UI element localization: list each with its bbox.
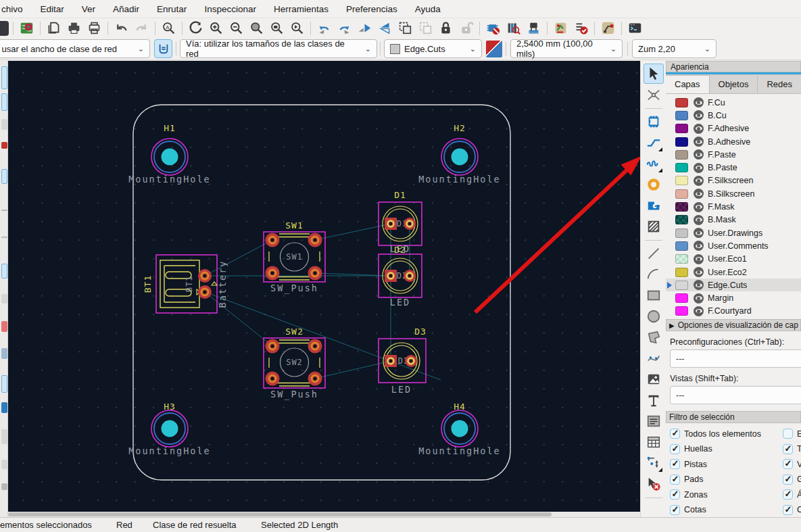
layer-select[interactable]: Edge.Cuts⌄	[384, 39, 482, 58]
table-tool[interactable]	[644, 432, 664, 452]
footprint-sw2[interactable]: SW2 SW2 SW_Push	[264, 327, 325, 400]
refresh-icon[interactable]	[187, 20, 205, 37]
draw-bezier-tool[interactable]	[644, 348, 664, 368]
checkbox[interactable]	[783, 475, 793, 485]
drc-icon[interactable]	[572, 20, 590, 37]
eye-visibility-icon[interactable]	[694, 267, 704, 277]
mounting-hole-h2[interactable]: H2 MountingHole	[418, 123, 501, 185]
eye-visibility-icon[interactable]	[694, 163, 704, 173]
layer-color-swatch[interactable]	[675, 111, 688, 120]
via-size-select[interactable]: Vía: utilizar los tamaños de las clases …	[180, 39, 377, 58]
menu-ayuda[interactable]: Ayuda	[406, 1, 450, 18]
filter-item[interactable]: Huellas	[670, 444, 761, 454]
layer-row[interactable]: F.Courtyard	[666, 305, 801, 318]
canvas-horizontal-scrollbar[interactable]	[8, 512, 640, 517]
pad[interactable]	[266, 339, 280, 354]
zoom-out-icon[interactable]	[227, 20, 245, 37]
pad[interactable]	[404, 218, 416, 230]
checkbox[interactable]	[783, 489, 793, 500]
filter-item[interactable]: Zonas	[670, 489, 761, 500]
mounting-hole-h3[interactable]: H3 MountingHole	[128, 402, 211, 456]
layer-row[interactable]: B.Paste	[666, 161, 801, 174]
save-icon[interactable]	[0, 21, 9, 36]
footprint-browser-icon[interactable]	[504, 20, 523, 37]
draw-arc-tool[interactable]	[644, 264, 664, 285]
mounting-hole-h4[interactable]: H4 MountingHole	[418, 402, 501, 456]
eye-visibility-icon[interactable]	[694, 202, 704, 212]
pad[interactable]	[308, 266, 322, 281]
group-icon[interactable]	[396, 20, 414, 37]
filter-item[interactable]: Todos los elementos	[670, 429, 761, 439]
lock-icon[interactable]	[437, 20, 455, 37]
board-setup-icon[interactable]	[18, 20, 36, 37]
layer-pair-icon[interactable]	[486, 41, 502, 57]
layer-color-swatch[interactable]	[675, 163, 688, 172]
place-via-tool[interactable]	[644, 174, 664, 195]
checkbox[interactable]	[783, 429, 793, 439]
scripting-console-icon[interactable]	[626, 20, 644, 37]
interactive-router-icon[interactable]	[599, 20, 617, 37]
text-box-tool[interactable]	[644, 411, 664, 431]
checkbox[interactable]	[783, 459, 793, 469]
page-settings-icon[interactable]	[45, 20, 63, 37]
menu-enrutar[interactable]: Enrutar	[148, 1, 195, 18]
layer-row[interactable]: User.Eco2	[666, 266, 801, 279]
place-image-tool[interactable]	[644, 369, 664, 389]
pad[interactable]	[405, 355, 417, 367]
footprint-d1[interactable]: D1 D1	[379, 190, 422, 245]
menu-ver[interactable]: Ver	[73, 1, 104, 18]
place-text-tool[interactable]	[644, 390, 664, 410]
dimension-tool[interactable]	[644, 453, 664, 473]
pad[interactable]	[266, 266, 280, 281]
pad[interactable]	[385, 218, 397, 230]
menu-inspeccionar[interactable]: Inspeccionar	[195, 1, 265, 18]
layer-color-swatch[interactable]	[675, 268, 688, 277]
highlight-net-tool[interactable]	[644, 84, 664, 105]
layer-color-swatch[interactable]	[675, 281, 688, 290]
pad[interactable]	[385, 355, 397, 367]
eye-visibility-icon[interactable]	[694, 189, 704, 199]
layer-color-swatch[interactable]	[675, 293, 688, 303]
eye-visibility-icon[interactable]	[694, 110, 704, 120]
selection-filter-header[interactable]: Filtro de selección	[666, 411, 801, 423]
find-icon[interactable]	[160, 20, 178, 37]
pad[interactable]	[385, 270, 397, 282]
filter-item[interactable]: Elem	[783, 429, 801, 439]
eye-visibility-icon[interactable]	[694, 241, 704, 251]
checkbox[interactable]	[670, 475, 680, 485]
pad[interactable]	[308, 233, 322, 247]
eye-visibility-icon[interactable]	[694, 293, 704, 304]
print-icon[interactable]	[65, 20, 83, 37]
layer-row[interactable]: B.Cu	[666, 109, 801, 122]
draw-circle-tool[interactable]	[644, 306, 664, 327]
tab-capas[interactable]: Capas	[666, 75, 710, 93]
checkbox[interactable]	[783, 505, 793, 515]
eye-visibility-icon[interactable]	[694, 215, 704, 225]
layer-row[interactable]: B.Silkscreen	[666, 187, 801, 200]
layer-row[interactable]: B.Mask	[666, 214, 801, 226]
zoom-objects-icon[interactable]	[268, 20, 286, 37]
filter-item[interactable]: Vías	[783, 459, 801, 469]
tab-redes[interactable]: Redes	[758, 76, 801, 93]
pad[interactable]	[308, 372, 322, 386]
layer-color-swatch[interactable]	[675, 189, 688, 199]
draw-rectangle-tool[interactable]	[644, 285, 664, 306]
draw-zone-tool[interactable]	[644, 195, 664, 216]
flip-horizontal-icon[interactable]	[356, 20, 374, 37]
layer-color-swatch[interactable]	[675, 124, 688, 133]
eye-visibility-icon[interactable]	[694, 124, 704, 134]
draw-polygon-tool[interactable]	[644, 327, 664, 347]
layer-color-swatch[interactable]	[675, 241, 688, 251]
layer-color-swatch[interactable]	[675, 228, 688, 238]
zoom-selection-icon[interactable]	[288, 20, 306, 37]
plot-icon[interactable]	[85, 20, 103, 37]
pcb-canvas[interactable]: H1 MountingHole H2 MountingHole H3 Mount…	[8, 61, 640, 517]
pad[interactable]	[266, 372, 280, 386]
rotate-cw-icon[interactable]	[335, 20, 354, 37]
menu-preferencias[interactable]: Preferencias	[337, 1, 406, 18]
eye-visibility-icon[interactable]	[694, 228, 704, 238]
filter-item[interactable]: Otro	[783, 505, 801, 515]
checkbox[interactable]	[783, 444, 793, 454]
checkbox[interactable]	[670, 505, 680, 515]
eye-visibility-icon[interactable]	[694, 306, 704, 316]
